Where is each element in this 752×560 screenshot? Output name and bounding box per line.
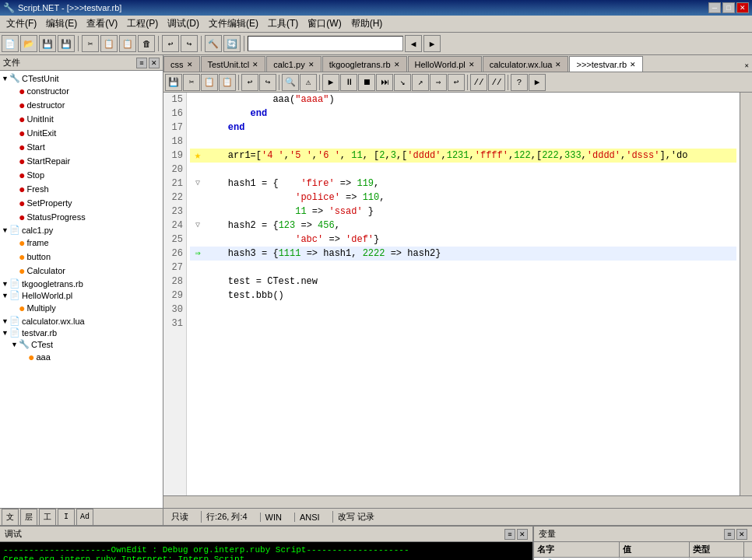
- save-all-button[interactable]: 💾: [58, 35, 75, 52]
- expand-icon[interactable]: ▼: [2, 329, 9, 337]
- debug-step-out[interactable]: ↗: [412, 74, 429, 91]
- vertical-scrollbar[interactable]: [740, 93, 752, 495]
- tab-calc1py[interactable]: calc1.py ✕: [266, 56, 321, 72]
- editor-cut[interactable]: ✂: [183, 74, 200, 91]
- tree-item-helloworld[interactable]: ▼ 📄 HelloWorld.pl: [2, 289, 161, 301]
- tree-item-fresh[interactable]: ● Fresh: [2, 182, 161, 196]
- debug-step-in[interactable]: ↘: [394, 74, 411, 91]
- tab-testunit[interactable]: TestUnit.tcl ✕: [201, 56, 266, 72]
- debug-float-button[interactable]: ≡: [504, 529, 515, 540]
- tree-item-button[interactable]: ● button: [2, 250, 161, 264]
- debug-pause[interactable]: ⏸: [340, 74, 357, 91]
- tree-item-unitexit[interactable]: ● UnitExit: [2, 126, 161, 140]
- menu-tools[interactable]: 工具(T): [263, 16, 303, 32]
- debug-close-button[interactable]: ✕: [517, 529, 528, 540]
- tree-tool-2[interactable]: 层: [20, 509, 37, 526]
- tree-item-calc1py[interactable]: ▼ 📄 calc1.py: [2, 224, 161, 236]
- menu-file-edit[interactable]: 文件编辑(E): [204, 16, 263, 32]
- debug-stop[interactable]: ⏹: [358, 74, 375, 91]
- editor-paste[interactable]: 📋: [219, 74, 236, 91]
- tab-helloworld[interactable]: HelloWorld.pl ✕: [408, 56, 482, 72]
- var-close-button[interactable]: ✕: [736, 529, 747, 540]
- tree-item-stop[interactable]: ● Stop: [2, 168, 161, 182]
- tree-item-startrepair[interactable]: ● StartRepair: [2, 154, 161, 168]
- tab-close-icon[interactable]: ✕: [308, 61, 315, 68]
- editor-copy[interactable]: 📋: [201, 74, 218, 91]
- tree-item-calculator-lua[interactable]: ▼ 📄 calculator.wx.lua: [2, 315, 161, 327]
- new-button[interactable]: 📄: [2, 35, 19, 52]
- menu-project[interactable]: 工程(P): [122, 16, 163, 32]
- delete-button[interactable]: 🗑: [138, 35, 155, 52]
- comment-button[interactable]: //: [470, 74, 487, 91]
- editor-save[interactable]: 💾: [165, 74, 182, 91]
- tab-testvar[interactable]: >>>testvar.rb ✕: [569, 56, 643, 72]
- menu-window[interactable]: 窗口(W): [303, 16, 346, 32]
- cut-button[interactable]: ✂: [82, 35, 99, 52]
- debug-step-over[interactable]: ⏭: [376, 74, 393, 91]
- build-button[interactable]: 🔨: [205, 35, 222, 52]
- tab-close-icon[interactable]: ✕: [187, 61, 193, 68]
- paste-button[interactable]: 📋: [119, 35, 136, 52]
- uncomment-button[interactable]: //: [488, 74, 505, 91]
- debug-run[interactable]: ▶: [322, 74, 339, 91]
- debug-run-cursor[interactable]: ⇒: [430, 74, 447, 91]
- tree-item-constructor[interactable]: ● constructor: [2, 84, 161, 98]
- redo-button[interactable]: ↪: [181, 35, 198, 52]
- fold-icon[interactable]: ▽: [195, 219, 200, 233]
- tree-item-destructor[interactable]: ● destructor: [2, 98, 161, 112]
- search-prev-button[interactable]: ◀: [405, 35, 422, 52]
- editor-undo[interactable]: ↩: [241, 74, 258, 91]
- tree-tool-1[interactable]: 文: [2, 509, 19, 526]
- tree-item-aaa[interactable]: ● aaa: [2, 350, 161, 364]
- expand-icon[interactable]: ▼: [2, 226, 9, 234]
- maximize-button[interactable]: □: [722, 2, 735, 13]
- close-all-tabs-button[interactable]: ✕: [742, 60, 752, 72]
- tab-close-icon[interactable]: ✕: [469, 61, 475, 68]
- tree-tool-5[interactable]: Ad: [76, 509, 93, 526]
- tree-item-statusprogress[interactable]: ● StatusProgress: [2, 210, 161, 224]
- menu-help[interactable]: 帮助(H): [346, 16, 388, 32]
- tree-tool-4[interactable]: I: [58, 509, 75, 526]
- menu-edit[interactable]: 编辑(E): [41, 16, 82, 32]
- save-button[interactable]: 💾: [39, 35, 56, 52]
- tree-item-calculator[interactable]: ● Calculator: [2, 264, 161, 278]
- panel-close-button[interactable]: ✕: [149, 58, 160, 68]
- editor-redo[interactable]: ↪: [259, 74, 276, 91]
- tab-close-icon[interactable]: ✕: [252, 61, 258, 68]
- undo-button[interactable]: ↩: [162, 35, 179, 52]
- fold-icon[interactable]: ▽: [195, 177, 200, 191]
- refresh-button[interactable]: 🔄: [223, 35, 241, 52]
- menu-file[interactable]: 文件(F): [2, 16, 41, 32]
- tree-tool-3[interactable]: 工: [39, 509, 56, 526]
- tree-item-testvar[interactable]: ▼ 📄 testvar.rb: [2, 327, 161, 338]
- tree-item-tkgoogletrans[interactable]: ▼ 📄 tkgoogletrans.rb: [2, 278, 161, 289]
- panel-float-button[interactable]: ≡: [136, 58, 147, 68]
- tree-item-ctestunit[interactable]: ▼ 🔧 CTestUnit: [2, 72, 161, 84]
- tab-close-icon[interactable]: ✕: [630, 61, 636, 68]
- help-button[interactable]: ?: [511, 74, 528, 91]
- tab-css[interactable]: css ✕: [163, 56, 200, 72]
- debug-run-func[interactable]: ↩: [448, 74, 465, 91]
- tree-item-ctest[interactable]: ▼ 🔧 CTest: [2, 338, 161, 350]
- menu-debug[interactable]: 调试(D): [163, 16, 204, 32]
- open-button[interactable]: 📂: [20, 35, 37, 52]
- expand-icon[interactable]: ▼: [2, 317, 9, 325]
- search-next-button[interactable]: ▶: [423, 35, 441, 52]
- var-float-button[interactable]: ≡: [724, 529, 735, 540]
- expand-icon[interactable]: ▼: [2, 75, 9, 82]
- tab-close-icon[interactable]: ✕: [555, 61, 561, 68]
- tree-item-multiply[interactable]: ● Multiply: [2, 301, 161, 315]
- editor-warn[interactable]: ⚠: [300, 74, 317, 91]
- tab-close-icon[interactable]: ✕: [394, 61, 400, 68]
- expand-icon[interactable]: ▼: [2, 280, 9, 288]
- tree-item-unitinit[interactable]: ● UnitInit: [2, 112, 161, 126]
- macro-run[interactable]: ▶: [529, 74, 546, 91]
- tab-calculatorlua[interactable]: calculator.wx.lua ✕: [483, 56, 569, 72]
- menu-view[interactable]: 查看(V): [82, 16, 122, 32]
- horizontal-scrollbar[interactable]: [163, 495, 752, 508]
- tree-item-setproperty[interactable]: ● SetProperty: [2, 196, 161, 210]
- tab-tkgoogletrans[interactable]: tkgoogletrans.rb ✕: [322, 56, 407, 72]
- tree-item-start[interactable]: ● Start: [2, 140, 161, 154]
- tree-item-frame[interactable]: ● frame: [2, 236, 161, 250]
- copy-button[interactable]: 📋: [100, 35, 118, 52]
